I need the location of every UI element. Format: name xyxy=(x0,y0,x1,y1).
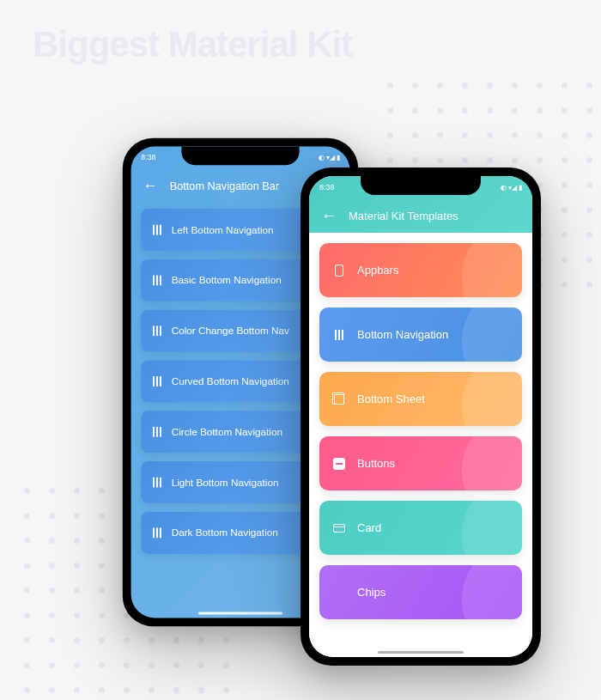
button-icon xyxy=(333,458,345,470)
template-card-appbars[interactable]: Appbars xyxy=(319,243,522,297)
list-item-label: Basic Bottom Navigation xyxy=(172,275,282,287)
card-label: Buttons xyxy=(357,457,395,470)
template-card-buttons[interactable]: Buttons xyxy=(319,436,522,490)
app-bar-title: Bottom Navigation Bar xyxy=(170,179,279,192)
list-item-label: Circle Bottom Navigation xyxy=(172,426,282,438)
card-label: Chips xyxy=(357,586,385,599)
list-item-label: Dark Bottom Navigation xyxy=(172,527,278,539)
card-label: Appbars xyxy=(357,264,398,277)
card-label: Bottom Sheet xyxy=(357,393,425,405)
card-icon xyxy=(333,522,345,534)
bars-icon xyxy=(153,276,161,286)
phone-mockup-front: 8:38 ◐ ▾◢ ▮ ← Material Kit Templates App… xyxy=(300,167,541,666)
list-item-label: Color Change Bottom Nav xyxy=(172,325,289,337)
template-card-bottom-navigation[interactable]: Bottom Navigation xyxy=(319,307,522,362)
screen-templates: 8:38 ◐ ▾◢ ▮ ← Material Kit Templates App… xyxy=(309,176,532,657)
back-arrow-icon[interactable]: ← xyxy=(321,208,337,223)
bars-icon xyxy=(333,329,345,341)
home-indicator xyxy=(378,651,464,654)
template-card-chips[interactable]: Chips xyxy=(319,565,522,619)
status-time: 8:38 xyxy=(319,183,335,192)
status-time: 8:38 xyxy=(141,153,155,161)
bars-icon xyxy=(153,478,161,488)
template-card-bottom-sheet[interactable]: Bottom Sheet xyxy=(319,372,522,426)
hero-title: Biggest Material Kit xyxy=(33,24,352,65)
list-item-label: Curved Bottom Navigation xyxy=(172,375,289,387)
template-card-card[interactable]: Card xyxy=(319,501,522,555)
bars-icon xyxy=(153,427,161,437)
app-bar-title: Material Kit Templates xyxy=(349,210,458,222)
sheet-icon xyxy=(333,393,345,405)
bars-icon xyxy=(153,326,161,336)
status-icons: ◐ ▾◢ ▮ xyxy=(501,184,522,192)
bars-icon xyxy=(153,528,161,539)
bars-icon xyxy=(153,376,161,387)
list-item-label: Light Bottom Navigation xyxy=(172,477,279,489)
appbar-icon xyxy=(333,265,345,277)
card-label: Bottom Navigation xyxy=(357,328,448,341)
app-bar: ← Material Kit Templates xyxy=(309,198,532,233)
list-item-label: Left Bottom Navigation xyxy=(172,224,274,236)
bars-icon xyxy=(153,225,161,235)
home-indicator xyxy=(198,612,282,615)
back-arrow-icon[interactable]: ← xyxy=(143,178,158,193)
status-icons: ◐ ▾◢ ▮ xyxy=(319,154,340,161)
chip-icon xyxy=(333,587,345,599)
card-label: Card xyxy=(357,521,381,534)
template-card-list: Appbars Bottom Navigation Bottom Sheet B… xyxy=(309,233,532,657)
phone-notch xyxy=(181,147,299,166)
phone-notch xyxy=(361,176,481,195)
